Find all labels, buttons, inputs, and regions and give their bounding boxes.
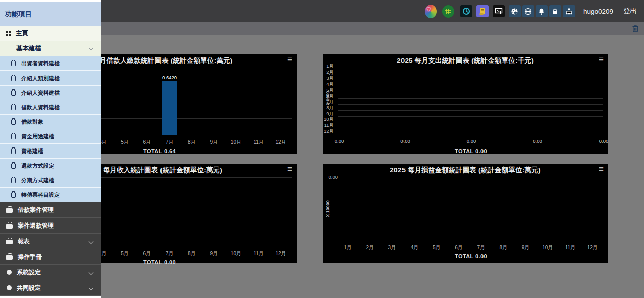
sidebar-item-label: 借款人資料建檔 xyxy=(21,104,60,111)
sidebar-item[interactable]: 案件還款管理 xyxy=(0,218,101,234)
gridline xyxy=(339,209,603,209)
sidebar: 功能項目 主頁 基本建檔 出資者資料建檔介紹人類別建檔介紹人資料建檔借款人資料建… xyxy=(0,0,101,298)
sidebar-item[interactable]: 資金用途建檔 xyxy=(0,129,101,144)
chart-panel-monthly-expense: 2025 每月支出統計圖表 (統計金額單位:千元) ≡ 1月2月3月4月5月6月… xyxy=(323,54,608,154)
sidebar-item-label: 報表 xyxy=(18,237,30,246)
sidebar-item[interactable]: 出資者資料建檔 xyxy=(0,56,101,71)
bar-7月[interactable] xyxy=(162,81,177,135)
x-axis-line xyxy=(339,241,603,241)
chart-plot-area: 0.00X 100001月2月3月4月5月6月7月8月9月10月11月12月TO… xyxy=(323,164,608,263)
sitemap-icon[interactable] xyxy=(563,5,575,17)
x-tick-label: 5月 xyxy=(121,139,129,146)
x-axis-line xyxy=(338,134,603,134)
x-tick-label: 11月 xyxy=(253,139,263,146)
document-icon xyxy=(11,61,16,66)
document-icon xyxy=(11,105,16,110)
briefcase-icon xyxy=(6,240,13,244)
y-axis-label: X 10000 xyxy=(325,200,330,217)
x-tick-label: 6月 xyxy=(143,250,151,257)
sidebar-item-home[interactable]: 主頁 xyxy=(0,26,101,41)
gridline xyxy=(338,63,603,63)
logout-button[interactable]: 登出 xyxy=(623,7,637,16)
gridline xyxy=(338,104,603,105)
sidebar-item-label: 借款對象 xyxy=(21,118,43,126)
flower-brand-logo-icon[interactable] xyxy=(425,5,437,17)
x-tick-label: 2月 xyxy=(366,244,374,251)
sidebar-item[interactable]: 介紹人類別建檔 xyxy=(0,71,101,86)
document-icon xyxy=(11,163,16,169)
x-tick-label: 6月 xyxy=(143,139,151,146)
sidebar-item[interactable]: 分期方式建檔 xyxy=(0,173,101,188)
lock-icon[interactable] xyxy=(549,5,561,17)
sidebar-group-basic-files[interactable]: 基本建檔 xyxy=(0,41,101,56)
document-icon xyxy=(11,76,16,81)
presentation-app-icon[interactable] xyxy=(493,5,505,17)
x-tick-label: 5月 xyxy=(433,244,441,251)
sidebar-item[interactable]: 轉傳票科目設定 xyxy=(0,188,101,202)
sidebar-item[interactable]: 介紹人資料建檔 xyxy=(0,86,101,100)
trash-icon[interactable] xyxy=(631,25,639,33)
sidebar-item-label: 系統設定 xyxy=(17,268,41,277)
document-icon xyxy=(11,90,16,96)
sidebar-item-label: 資金用途建檔 xyxy=(21,133,54,140)
document-icon xyxy=(11,148,16,154)
gridline xyxy=(338,93,603,93)
x-tick-label: 0.00 xyxy=(533,138,542,144)
sidebar-item[interactable]: 還款方式設定 xyxy=(0,159,101,173)
sidebar-item[interactable]: 借款對象 xyxy=(0,115,101,129)
x-tick-label: 12月 xyxy=(275,250,286,257)
sidebar-item[interactable]: 借款案件管理 xyxy=(0,202,101,218)
sidebar-item[interactable]: 報表 xyxy=(0,234,101,249)
navbar-right-group: hugo0209 登出 xyxy=(425,0,641,22)
x-tick-label: 9月 xyxy=(522,244,530,251)
x-tick-label: 12月 xyxy=(275,139,286,146)
chart-panel-monthly-profit: 2025 每月損益金額統計圖表 (統計金額單位:萬元) ≡ 0.00X 1000… xyxy=(323,164,608,263)
bell-icon[interactable] xyxy=(536,5,548,17)
briefcase-icon xyxy=(6,224,13,229)
sidebar-item[interactable]: 共同設定 xyxy=(0,280,101,296)
sidebar-item[interactable]: 系統設定 xyxy=(0,265,101,280)
circle-icon xyxy=(7,270,12,275)
sidebar-item-label: 出資者資料建檔 xyxy=(21,60,60,67)
chart-total-label: TOTAL 0.64 xyxy=(143,148,176,154)
x-tick-label: 12月 xyxy=(587,244,598,251)
x-tick-label: 0.00 xyxy=(599,138,609,144)
gridline xyxy=(339,177,603,177)
scroll-app-icon[interactable] xyxy=(476,5,489,17)
screen: hugo0209 登出 2025 每月借款人繳款統計圖表 (統計金額單位:萬元)… xyxy=(0,0,644,298)
sidebar-group-label: 基本建檔 xyxy=(16,44,41,53)
x-tick-label: 1月 xyxy=(344,244,352,251)
x-tick-label: 4月 xyxy=(411,244,419,251)
x-tick-label: 8月 xyxy=(188,139,196,146)
bar-value-label: 0.6420 xyxy=(162,74,177,80)
circle-icon xyxy=(7,285,12,290)
palette-icon[interactable] xyxy=(509,5,521,17)
sidebar-item-label: 案件還款管理 xyxy=(18,221,54,230)
sidebar-item[interactable]: 操作手冊 xyxy=(0,249,101,265)
sidebar-item-label: 介紹人類別建檔 xyxy=(21,74,60,82)
x-tick-label: 9月 xyxy=(210,250,218,257)
x-tick-label: 3月 xyxy=(388,244,396,251)
gridline xyxy=(338,74,603,75)
sidebar-item-label: 主頁 xyxy=(16,29,28,38)
sidebar-item-label: 介紹人資料建檔 xyxy=(21,89,60,97)
clock-app-icon[interactable] xyxy=(460,5,472,17)
green-brand-logo-icon[interactable] xyxy=(442,5,454,17)
x-tick-label: 11月 xyxy=(253,250,263,257)
gridline xyxy=(338,116,603,117)
globe-icon[interactable] xyxy=(522,5,534,17)
username[interactable]: hugo0209 xyxy=(583,8,613,15)
sidebar-item[interactable]: 借款人資料建檔 xyxy=(0,100,101,115)
x-tick-label: 7月 xyxy=(166,139,174,146)
sidebar-item-label: 資格建檔 xyxy=(21,147,43,155)
chart-total-label: TOTAL 0.00 xyxy=(455,253,487,259)
x-tick-label: 7月 xyxy=(166,250,174,257)
sidebar-main-list: 借款案件管理案件還款管理報表操作手冊系統設定共同設定 xyxy=(0,202,101,296)
grid-icon xyxy=(6,31,11,36)
chart-plot-area: 1月2月3月4月5月6月7月8月9月10月11月12月0.000.000.000… xyxy=(323,54,608,154)
briefcase-icon xyxy=(6,208,13,213)
sidebar-item[interactable]: 資格建檔 xyxy=(0,144,101,159)
briefcase-icon xyxy=(6,255,13,260)
sidebar-item-label: 轉傳票科目設定 xyxy=(21,191,60,199)
x-tick-label: 0.00 xyxy=(400,138,410,144)
